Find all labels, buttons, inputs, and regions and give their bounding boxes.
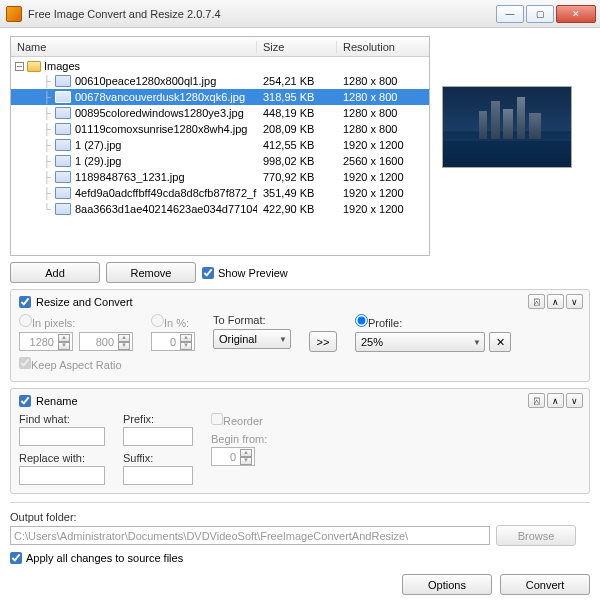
file-resolution: 1920 x 1200 <box>337 139 404 151</box>
resize-title: Resize and Convert <box>36 296 133 308</box>
image-file-icon <box>55 139 71 151</box>
in-pixels-radio[interactable] <box>19 314 32 327</box>
file-size: 351,49 KB <box>257 187 337 199</box>
file-resolution: 1920 x 1200 <box>337 171 404 183</box>
profile-combo[interactable]: 25%▼ <box>355 332 485 352</box>
keep-aspect-checkbox[interactable] <box>19 357 31 369</box>
prefix-input[interactable] <box>123 427 193 446</box>
options-button[interactable]: Options <box>402 574 492 595</box>
file-name: 8aa3663d1ae40214623ae034d77104a0_full.jp… <box>75 203 257 215</box>
profile-radio[interactable] <box>355 314 368 327</box>
file-resolution: 1280 x 800 <box>337 91 397 103</box>
file-row[interactable]: ├00895coloredwindows1280ye3.jpg448,19 KB… <box>11 105 429 121</box>
col-name[interactable]: Name <box>11 41 257 53</box>
expand-profile-button[interactable]: >> <box>309 331 337 352</box>
section-collapse-button[interactable]: ∨ <box>566 294 583 309</box>
begin-label: Begin from: <box>211 433 267 445</box>
file-row[interactable]: ├1189848763_1231.jpg770,92 KB1920 x 1200 <box>11 169 429 185</box>
file-name: 1 (27).jpg <box>75 139 257 151</box>
find-label: Find what: <box>19 413 105 425</box>
browse-button[interactable]: Browse <box>496 525 576 546</box>
apply-all-label: Apply all changes to source files <box>26 552 183 564</box>
file-size: 448,19 KB <box>257 107 337 119</box>
file-resolution: 2560 x 1600 <box>337 155 404 167</box>
convert-button[interactable]: Convert <box>500 574 590 595</box>
image-file-icon <box>55 155 71 167</box>
format-combo[interactable]: Original▼ <box>213 329 291 349</box>
section-up-button[interactable]: ⍓ <box>528 393 545 408</box>
image-file-icon <box>55 171 71 183</box>
file-name: 1 (29).jpg <box>75 155 257 167</box>
file-row[interactable]: ├01119comoxsunrise1280x8wh4.jpg208,09 KB… <box>11 121 429 137</box>
section-expand-button[interactable]: ∧ <box>547 393 564 408</box>
apply-all-checkbox[interactable] <box>10 552 22 564</box>
to-format-label: To Format: <box>213 314 291 326</box>
add-button[interactable]: Add <box>10 262 100 283</box>
image-file-icon <box>55 187 71 199</box>
file-size: 422,90 KB <box>257 203 337 215</box>
minimize-button[interactable]: — <box>496 5 524 23</box>
file-row[interactable]: ├00678vancouverdusk1280xqk6.jpg318,95 KB… <box>11 89 429 105</box>
suffix-label: Suffix: <box>123 452 193 464</box>
x-icon: ✕ <box>496 336 505 349</box>
file-resolution: 1920 x 1200 <box>337 203 404 215</box>
image-file-icon <box>55 107 71 119</box>
file-row[interactable]: ├4efd9a0adcffbff49cda8d8cfb87f872_full.j… <box>11 185 429 201</box>
file-resolution: 1920 x 1200 <box>337 187 404 199</box>
show-preview-checkbox[interactable] <box>202 267 214 279</box>
preview-image <box>442 86 572 168</box>
reorder-checkbox[interactable] <box>211 413 223 425</box>
file-name: 00678vancouverdusk1280xqk6.jpg <box>75 91 257 103</box>
image-file-icon <box>55 91 71 103</box>
file-name: 4efd9a0adcffbff49cda8d8cfb87f872_full.jp… <box>75 187 257 199</box>
file-size: 770,92 KB <box>257 171 337 183</box>
width-spinner[interactable]: 1280▲▼ <box>19 332 73 351</box>
image-file-icon <box>55 75 71 87</box>
image-file-icon <box>55 123 71 135</box>
file-size: 254,21 KB <box>257 75 337 87</box>
file-size: 412,55 KB <box>257 139 337 151</box>
rename-enable-checkbox[interactable] <box>19 395 31 407</box>
resize-section: Resize and Convert ⍓ ∧ ∨ In pixels: 1280… <box>10 289 590 382</box>
file-list[interactable]: Name Size Resolution – Images ├00610peac… <box>10 36 430 256</box>
title-bar: Free Image Convert and Resize 2.0.7.4 — … <box>0 0 600 28</box>
list-headers: Name Size Resolution <box>11 37 429 57</box>
app-icon <box>6 6 22 22</box>
prefix-label: Prefix: <box>123 413 193 425</box>
file-row[interactable]: ├1 (27).jpg412,55 KB1920 x 1200 <box>11 137 429 153</box>
file-name: 00610peace1280x800ql1.jpg <box>75 75 257 87</box>
profile-clear-button[interactable]: ✕ <box>489 332 511 352</box>
section-expand-button[interactable]: ∧ <box>547 294 564 309</box>
output-path-input[interactable] <box>10 526 490 545</box>
section-up-button[interactable]: ⍓ <box>528 294 545 309</box>
begin-spinner[interactable]: 0▲▼ <box>211 447 255 466</box>
file-resolution: 1280 x 800 <box>337 107 397 119</box>
rename-section: Rename ⍓ ∧ ∨ Find what: Replace with: Pr… <box>10 388 590 494</box>
find-input[interactable] <box>19 427 105 446</box>
resize-enable-checkbox[interactable] <box>19 296 31 308</box>
tree-root[interactable]: – Images <box>11 59 429 73</box>
tree-collapse-icon[interactable]: – <box>15 62 24 71</box>
root-folder-label: Images <box>44 60 80 72</box>
suffix-input[interactable] <box>123 466 193 485</box>
col-size[interactable]: Size <box>257 41 337 53</box>
maximize-button[interactable]: ▢ <box>526 5 554 23</box>
col-resolution[interactable]: Resolution <box>337 41 429 53</box>
rename-title: Rename <box>36 395 78 407</box>
remove-button[interactable]: Remove <box>106 262 196 283</box>
output-folder-label: Output folder: <box>10 511 590 523</box>
replace-input[interactable] <box>19 466 105 485</box>
in-percent-radio[interactable] <box>151 314 164 327</box>
file-name: 1189848763_1231.jpg <box>75 171 257 183</box>
file-row[interactable]: ├00610peace1280x800ql1.jpg254,21 KB1280 … <box>11 73 429 89</box>
show-preview-label: Show Preview <box>218 267 288 279</box>
file-name: 00895coloredwindows1280ye3.jpg <box>75 107 257 119</box>
file-size: 208,09 KB <box>257 123 337 135</box>
height-spinner[interactable]: 800▲▼ <box>79 332 133 351</box>
percent-spinner[interactable]: 0▲▼ <box>151 332 195 351</box>
file-row[interactable]: ├1 (29).jpg998,02 KB2560 x 1600 <box>11 153 429 169</box>
close-button[interactable]: ✕ <box>556 5 596 23</box>
file-resolution: 1280 x 800 <box>337 75 397 87</box>
section-collapse-button[interactable]: ∨ <box>566 393 583 408</box>
file-row[interactable]: └8aa3663d1ae40214623ae034d77104a0_full.j… <box>11 201 429 217</box>
